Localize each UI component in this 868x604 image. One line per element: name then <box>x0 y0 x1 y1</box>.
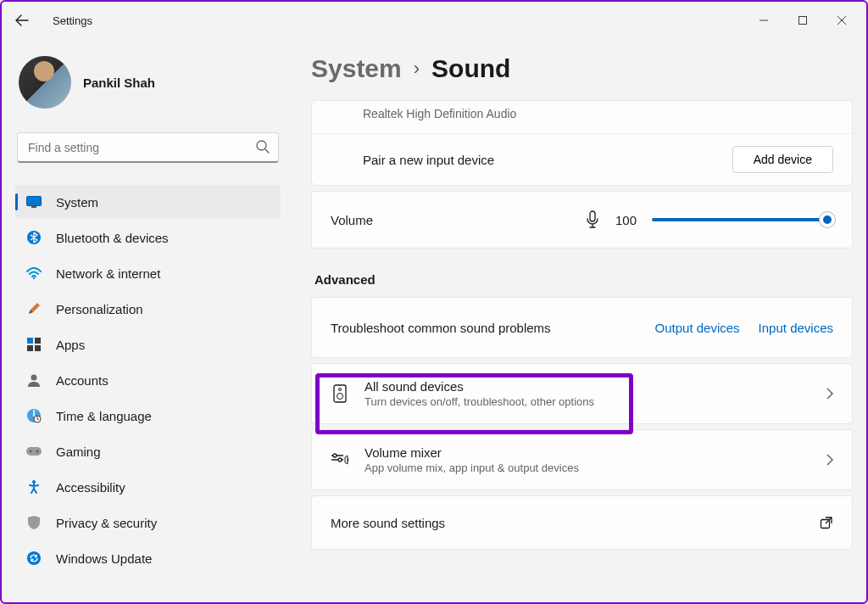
mixer-icon <box>331 452 349 467</box>
search-container <box>17 132 279 163</box>
section-heading-advanced: Advanced <box>314 272 853 287</box>
apps-icon <box>25 336 42 353</box>
minimize-button[interactable] <box>744 7 783 34</box>
maximize-button[interactable] <box>783 7 822 34</box>
sidebar-item-label: Personalization <box>56 302 143 316</box>
update-icon <box>25 550 42 567</box>
svg-rect-18 <box>590 211 595 221</box>
paintbrush-icon <box>25 300 42 317</box>
sidebar-item-label: Accounts <box>56 373 108 388</box>
troubleshoot-card: Troubleshoot common sound problems Outpu… <box>311 297 853 358</box>
all-sound-devices-card[interactable]: All sound devices Turn devices on/off, t… <box>311 363 853 424</box>
svg-rect-13 <box>26 447 42 456</box>
sidebar-item-bluetooth[interactable]: Bluetooth & devices <box>15 221 281 254</box>
back-button[interactable] <box>7 5 37 36</box>
pair-device-row: Pair a new input device Add device <box>312 133 852 185</box>
sidebar-item-label: Apps <box>56 338 85 352</box>
sidebar-item-label: Network & internet <box>56 266 160 281</box>
breadcrumb-parent[interactable]: System <box>311 54 402 83</box>
sidebar-item-update[interactable]: Windows Update <box>15 541 281 575</box>
svg-point-14 <box>30 450 31 452</box>
svg-point-10 <box>31 375 37 381</box>
sidebar-item-accounts[interactable]: Accounts <box>15 363 281 397</box>
sidebar-item-label: System <box>56 195 98 210</box>
sidebar-item-privacy[interactable]: Privacy & security <box>15 506 281 540</box>
slider-thumb[interactable] <box>820 212 835 227</box>
all-devices-sub: Turn devices on/off, troubleshoot, other… <box>364 395 811 408</box>
svg-rect-2 <box>27 197 42 206</box>
sidebar-item-time[interactable]: Time & language <box>15 399 281 433</box>
person-icon <box>25 372 42 389</box>
volume-slider[interactable] <box>652 218 833 221</box>
svg-point-15 <box>36 450 38 452</box>
svg-point-23 <box>338 458 342 461</box>
troubleshoot-row: Troubleshoot common sound problems Outpu… <box>312 298 852 357</box>
volume-value: 100 <box>615 213 637 227</box>
sidebar-item-accessibility[interactable]: Accessibility <box>15 470 281 504</box>
external-link-icon <box>820 516 833 529</box>
search-input[interactable] <box>17 132 279 163</box>
sidebar-item-label: Privacy & security <box>56 516 157 530</box>
volume-card: Volume 100 <box>311 191 853 249</box>
output-devices-link[interactable]: Output devices <box>655 321 740 335</box>
clock-globe-icon <box>25 407 42 424</box>
svg-point-21 <box>337 394 343 400</box>
wifi-icon <box>25 265 42 282</box>
troubleshoot-label: Troubleshoot common sound problems <box>331 321 640 335</box>
input-device-row[interactable]: Realtek High Definition Audio <box>312 101 852 133</box>
svg-rect-3 <box>31 206 36 208</box>
sidebar-item-gaming[interactable]: Gaming <box>15 434 281 468</box>
microphone-icon[interactable] <box>585 210 600 229</box>
nav: System Bluetooth & devices Network & int… <box>15 183 281 577</box>
speaker-icon <box>331 384 349 403</box>
pair-label: Pair a new input device <box>363 153 717 167</box>
svg-point-17 <box>27 551 41 565</box>
more-settings-title: More sound settings <box>331 516 804 530</box>
add-device-button[interactable]: Add device <box>732 146 833 173</box>
sidebar-item-label: Gaming <box>56 445 101 459</box>
mixer-sub: App volume mix, app input & output devic… <box>364 461 811 474</box>
mixer-title: Volume mixer <box>364 445 811 460</box>
input-devices-link[interactable]: Input devices <box>759 321 833 335</box>
sidebar-item-label: Windows Update <box>56 551 152 566</box>
svg-point-22 <box>333 454 337 457</box>
all-devices-title: All sound devices <box>364 379 811 394</box>
window-title: Settings <box>53 14 92 27</box>
input-device-group: Realtek High Definition Audio Pair a new… <box>311 100 853 186</box>
chevron-right-icon <box>826 388 833 400</box>
title-bar: Settings <box>2 2 866 39</box>
chevron-right-icon: › <box>414 58 420 80</box>
svg-point-5 <box>33 277 35 279</box>
svg-rect-0 <box>799 17 807 25</box>
sidebar-item-personalization[interactable]: Personalization <box>15 292 281 326</box>
search-icon <box>255 139 270 154</box>
svg-rect-6 <box>27 338 33 344</box>
sidebar-item-label: Time & language <box>56 409 152 423</box>
system-icon <box>25 193 42 210</box>
svg-point-1 <box>257 141 266 150</box>
svg-rect-8 <box>27 345 33 351</box>
chevron-right-icon <box>826 454 833 466</box>
accessibility-icon <box>25 478 42 495</box>
more-sound-settings-card[interactable]: More sound settings <box>311 495 853 550</box>
sidebar-item-network[interactable]: Network & internet <box>15 256 281 290</box>
back-arrow-icon <box>15 14 29 27</box>
sidebar-item-label: Accessibility <box>56 480 125 495</box>
sidebar-item-apps[interactable]: Apps <box>15 327 281 361</box>
sidebar-item-system[interactable]: System <box>15 185 281 219</box>
input-device-name: Realtek High Definition Audio <box>363 107 818 120</box>
main-content: System › Sound Realtek High Definition A… <box>294 39 866 602</box>
page-title: Sound <box>431 54 510 83</box>
avatar <box>19 56 71 109</box>
volume-mixer-card[interactable]: Volume mixer App volume mix, app input &… <box>311 429 853 490</box>
profile-name: Pankil Shah <box>83 76 155 90</box>
shield-icon <box>25 514 42 531</box>
sidebar-item-label: Bluetooth & devices <box>56 231 169 245</box>
svg-point-20 <box>339 389 342 391</box>
sidebar: Pankil Shah System Bluetooth & devices N… <box>2 39 294 602</box>
bluetooth-icon <box>25 229 42 246</box>
close-button[interactable] <box>822 7 861 34</box>
gamepad-icon <box>25 443 42 460</box>
volume-label: Volume <box>331 213 570 227</box>
profile[interactable]: Pankil Shah <box>19 53 281 112</box>
